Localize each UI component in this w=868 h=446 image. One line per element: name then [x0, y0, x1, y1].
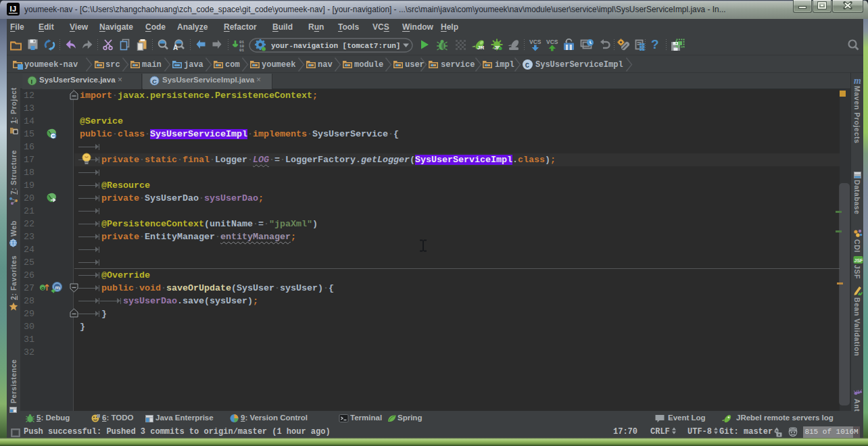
svg-text:C: C	[152, 78, 157, 85]
svg-text:?: ?	[651, 37, 659, 51]
svg-text:I: I	[31, 78, 33, 85]
svg-text:01: 01	[239, 48, 245, 53]
svg-text:VCS: VCS	[529, 39, 541, 45]
svg-text:o: o	[41, 285, 45, 291]
svg-text:your-navigation [tomcat7:run]: your-navigation [tomcat7:run]	[271, 42, 400, 50]
svg-text:m: m	[854, 76, 861, 85]
svg-text:A: A	[173, 44, 178, 51]
svg-text:C: C	[525, 61, 530, 70]
svg-text:JR: JR	[477, 45, 484, 51]
svg-text:JSF: JSF	[854, 258, 864, 263]
svg-text:VCS: VCS	[546, 39, 558, 45]
svg-text:m: m	[55, 284, 60, 291]
